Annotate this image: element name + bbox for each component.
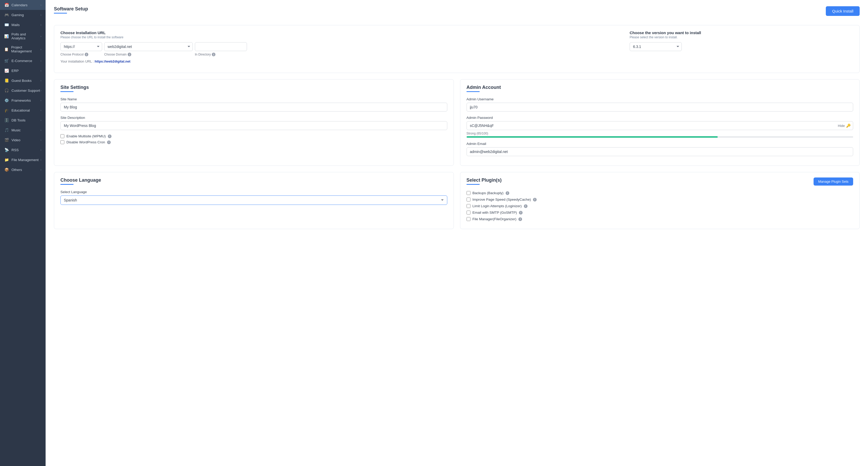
chevron-icon-frameworks: › [40, 99, 41, 102]
domain-info-icon[interactable]: i [128, 53, 131, 56]
customer-support-icon: 🎧 [4, 88, 9, 93]
sidebar-item-frameworks[interactable]: ⚙️ Frameworks › [0, 95, 45, 105]
chevron-icon-erp: › [40, 69, 41, 72]
enable-multisite-label: Enable Multisite (WPMU) [66, 134, 106, 138]
enable-multisite-row: Enable Multisite (WPMU) i [60, 134, 447, 138]
chevron-icon-db-tools: › [40, 119, 41, 122]
language-select[interactable]: English Spanish French German Portuguese… [60, 196, 447, 205]
sidebar-item-erp[interactable]: 📈 ERP › [0, 66, 45, 76]
plugin-info-icon-gosmtp[interactable]: i [519, 211, 523, 214]
strength-bar-fill [467, 136, 718, 138]
plugin-info-icon-backuply[interactable]: i [506, 191, 509, 195]
admin-password-input[interactable] [467, 121, 854, 130]
plugin-info-icon-fileorganizer[interactable]: i [518, 217, 522, 221]
chevron-icon-mails: › [40, 23, 41, 26]
sidebar-label-db-tools: DB Tools [11, 118, 26, 122]
sidebar-label-others: Others [11, 168, 22, 172]
main-content: Software Setup Quick Install Choose Inst… [45, 0, 868, 466]
plugin-checkbox-loginizer[interactable] [467, 204, 470, 208]
site-name-input[interactable] [60, 103, 447, 112]
in-directory-label: In Directory i [195, 53, 215, 56]
plugin-label-backuply: Backups (Backuply) [472, 191, 503, 195]
sidebar-item-others[interactable]: 📦 Others › [0, 165, 45, 175]
cron-info-icon[interactable]: i [107, 141, 111, 144]
polls-analytics-icon: 📊 [4, 34, 9, 38]
sidebar-item-gaming[interactable]: 🎮 Gaming › [0, 10, 45, 20]
chevron-icon-guest-books: › [40, 79, 41, 82]
video-icon: 🎬 [4, 138, 9, 142]
plugin-info-icon-speedycache[interactable]: i [533, 198, 537, 201]
sidebar-label-project-management: Project Management [11, 45, 40, 53]
install-url-label: Choose Installation URL [60, 30, 619, 35]
directory-input[interactable] [195, 42, 247, 51]
sidebar-label-guest-books: Guest Books [11, 79, 32, 83]
sidebar-item-calendars[interactable]: 📅 Calendars › [0, 0, 45, 10]
sidebar-item-rss[interactable]: 📡 RSS › [0, 145, 45, 155]
plugin-checkbox-fileorganizer[interactable] [467, 217, 470, 221]
e-commerce-icon: 🛒 [4, 58, 9, 63]
chevron-icon-project-management: › [40, 48, 41, 51]
plugin-label-fileorganizer: File Manager(FileOrganizer) [472, 217, 517, 221]
title-underline [54, 13, 67, 13]
mails-icon: ✉️ [4, 22, 9, 27]
admin-account-title: Admin Account [467, 85, 854, 90]
plugin-checkbox-speedycache[interactable] [467, 198, 470, 201]
select-plugins-section: Select Plugin(s) Manage Plugin Sets Back… [460, 172, 860, 229]
sidebar-label-customer-support: Customer Support [11, 89, 40, 92]
disable-cron-checkbox[interactable] [60, 140, 64, 144]
chevron-icon-file-management: › [40, 158, 41, 161]
plugin-checkbox-backuply[interactable] [467, 191, 470, 195]
quick-install-button[interactable]: Quick Install [826, 6, 860, 16]
install-url-display: Your installation URL : https://web2digi… [60, 59, 619, 63]
chevron-icon-educational: › [40, 109, 41, 112]
plugin-info-icon-loginizer[interactable]: i [524, 204, 528, 208]
choose-domain-label: Choose Domain i [104, 53, 193, 56]
multisite-info-icon[interactable]: i [108, 135, 112, 138]
sidebar-label-video: Video [11, 138, 20, 142]
sidebar-item-customer-support[interactable]: 🎧 Customer Support › [0, 86, 45, 95]
sidebar-item-db-tools[interactable]: 🗄️ DB Tools › [0, 115, 45, 125]
sidebar-item-music[interactable]: 🎵 Music › [0, 125, 45, 135]
manage-plugin-sets-button[interactable]: Manage Plugin Sets [813, 177, 853, 185]
rss-icon: 📡 [4, 147, 9, 152]
sidebar-item-polls-analytics[interactable]: 📊 Polls and Analytics › [0, 30, 45, 43]
protocol-select[interactable]: https:// http:// [60, 42, 102, 51]
plugin-checkbox-gosmtp[interactable] [467, 211, 470, 214]
sidebar-item-educational[interactable]: 🎓 Educational › [0, 105, 45, 115]
plugin-item-loginizer: Limit Login Attempts (Loginizer) i [467, 204, 854, 208]
sidebar-item-video[interactable]: 🎬 Video › [0, 135, 45, 145]
protocol-info-icon[interactable]: i [85, 53, 88, 56]
chevron-icon-e-commerce: › [40, 59, 41, 62]
password-hide-button[interactable]: Hide [838, 124, 845, 128]
sidebar-label-music: Music [11, 128, 21, 132]
admin-account-underline [467, 91, 479, 92]
sidebar-item-guest-books[interactable]: 📒 Guest Books › [0, 76, 45, 86]
choose-language-underline [60, 184, 73, 185]
sidebar-label-mails: Mails [11, 23, 20, 27]
site-name-label: Site Name [60, 97, 447, 101]
version-sublabel: Please select the version to install. [630, 35, 853, 39]
admin-username-input[interactable] [467, 103, 854, 112]
directory-info-icon[interactable]: i [212, 53, 215, 56]
gaming-icon: 🎮 [4, 12, 9, 17]
sidebar-item-mails[interactable]: ✉️ Mails › [0, 20, 45, 30]
site-settings-section: Site Settings Site Name Site Description… [54, 79, 454, 166]
admin-username-label: Admin Username [467, 97, 854, 101]
sidebar-item-file-management[interactable]: 📁 File Management › [0, 155, 45, 165]
chevron-icon-others: › [40, 168, 41, 171]
domain-select[interactable]: web2digital.net [104, 42, 193, 51]
sidebar-item-project-management[interactable]: 📋 Project Management › [0, 43, 45, 56]
plugin-item-backuply: Backups (Backuply) i [467, 191, 854, 195]
installation-url-section: Choose Installation URL Please choose th… [54, 25, 860, 73]
version-select[interactable]: 6.3.1 [630, 42, 682, 51]
enable-multisite-checkbox[interactable] [60, 134, 64, 138]
sidebar-item-e-commerce[interactable]: 🛒 E-Commerce › [0, 56, 45, 66]
plugin-list: Backups (Backuply) i Improve Page Speed … [467, 191, 854, 221]
disable-cron-label: Disable WordPress Cron [66, 140, 105, 144]
site-description-input[interactable] [60, 121, 447, 130]
select-plugins-underline [467, 184, 479, 185]
sidebar-label-educational: Educational [11, 109, 30, 112]
choose-language-title: Choose Language [60, 177, 447, 183]
admin-email-input[interactable] [467, 147, 854, 156]
file-management-icon: 📁 [4, 157, 9, 162]
